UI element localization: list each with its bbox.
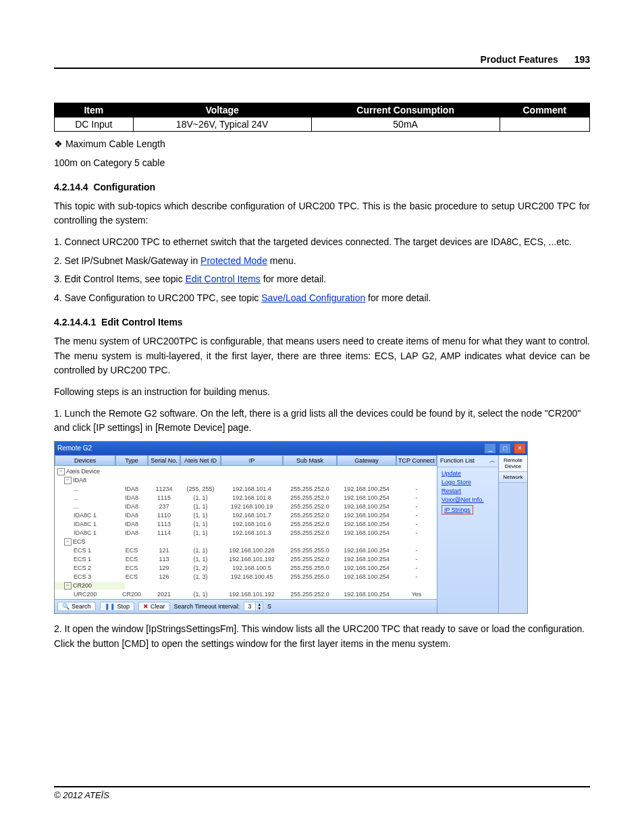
search-icon: 🔍 xyxy=(62,603,70,610)
cell-gateway: 192.168.100.254 xyxy=(337,565,396,571)
link-save-load-config[interactable]: Save/Load Configuration xyxy=(261,292,365,303)
cell-serial: 1114 xyxy=(148,529,180,536)
expander-icon[interactable]: − xyxy=(64,477,72,484)
cell-tcp: - xyxy=(396,565,437,571)
cell-tcp: - xyxy=(396,486,437,492)
spec-table: Item Voltage Current Consumption Comment… xyxy=(54,103,590,132)
td-comment xyxy=(500,118,589,132)
table-row[interactable]: ECS 1ECS113(1, 1)192.168.101.192255.255.… xyxy=(55,555,437,564)
col-devices[interactable]: Devices xyxy=(55,455,115,466)
th-voltage: Voltage xyxy=(133,103,311,118)
table-row[interactable]: ...IDA811234(255, 255)192.168.101.4255.2… xyxy=(55,485,437,494)
bullet-text: Maximum Cable Length xyxy=(65,138,165,149)
bottom-toolbar: 🔍Search ❚❚Stop ✖Clear Search Timeout Int… xyxy=(55,599,437,613)
cell-ip: 192.168.101.6 xyxy=(221,521,283,527)
grid-body[interactable]: −Ateis Device −IDA8 ...IDA811234(255, 25… xyxy=(55,466,437,599)
cell-gateway: 192.168.100.254 xyxy=(337,591,396,598)
table-row[interactable]: ECS 3ECS126(1, 3)192.168.100.45255.255.2… xyxy=(55,573,437,581)
table-row[interactable]: IDA8C 1IDA81114(1, 1)192.168.101.3255.25… xyxy=(55,529,437,538)
step-a4: 4. Save Configuration to URC200 TPC, see… xyxy=(54,291,590,306)
cell-ip: 192.168.100.5 xyxy=(221,565,283,571)
cell-device: ... xyxy=(55,494,115,501)
fn-update[interactable]: Update xyxy=(441,470,494,477)
header-rule xyxy=(54,68,590,69)
cell-ip: 192.168.100.19 xyxy=(221,503,283,510)
cell-type: ECS xyxy=(115,556,148,563)
col-gateway[interactable]: Gateway xyxy=(337,455,396,466)
tree-group-ida8[interactable]: −IDA8 xyxy=(55,477,125,484)
cell-serial: 126 xyxy=(148,573,180,580)
tab-network[interactable]: Network xyxy=(499,472,527,483)
interval-label: Search Timeout Interval: xyxy=(174,603,240,610)
cell-type: ECS xyxy=(115,547,148,554)
cell-ip: 192.168.101.192 xyxy=(221,556,283,563)
tree-root[interactable]: −Ateis Device xyxy=(55,468,118,475)
cell-tcp: - xyxy=(396,512,437,519)
chevron-up-icon[interactable]: ︿ xyxy=(489,457,495,465)
cell-device: ... xyxy=(55,486,115,492)
cell-submask: 255.255.252.0 xyxy=(283,521,337,527)
tree-group-cr200[interactable]: −CR200 xyxy=(55,582,125,590)
interval-stepper[interactable]: ▲▼ xyxy=(244,602,263,611)
table-row[interactable]: ECS 2ECS129(1, 2)192.168.100.5255.255.25… xyxy=(55,564,437,573)
table-row[interactable]: URC200CR2002021(1, 1)192.168.101.192255.… xyxy=(55,590,437,599)
cell-gateway: 192.168.100.254 xyxy=(337,547,396,554)
stop-button[interactable]: ❚❚Stop xyxy=(100,602,135,611)
function-list-panel: Function List ︿ Update Logo Store Restar… xyxy=(437,455,498,613)
cell-submask: 255.255.252.0 xyxy=(283,494,337,501)
step-b1: 1. Lunch the Remote G2 software. On the … xyxy=(54,407,590,436)
col-tcp[interactable]: TCP Connect xyxy=(396,455,437,466)
cell-serial: 129 xyxy=(148,565,180,571)
tab-remote-device[interactable]: Remote Device xyxy=(499,455,527,472)
close-icon[interactable]: × xyxy=(514,443,526,454)
link-protected-mode[interactable]: Protected Mode xyxy=(200,255,267,266)
table-row[interactable]: ECS 1ECS121(1, 1)192.168.100.228255.255.… xyxy=(55,546,437,555)
maximize-icon[interactable]: □ xyxy=(499,443,511,454)
tree-group-ecs[interactable]: −ECS xyxy=(55,538,125,546)
pause-icon: ❚❚ xyxy=(105,603,115,610)
interval-input[interactable] xyxy=(244,603,255,610)
cell-gateway: 192.168.100.254 xyxy=(337,573,396,580)
cell-tcp: - xyxy=(396,529,437,536)
table-row[interactable]: IDA8C 1IDA81110(1, 1)192.168.101.7255.25… xyxy=(55,511,437,520)
section-num: 4.2.14.4 xyxy=(54,182,88,192)
col-netid[interactable]: Ateis Net ID xyxy=(180,455,221,466)
cell-serial: 11234 xyxy=(148,486,180,492)
clear-button[interactable]: ✖Clear xyxy=(138,602,170,611)
expander-icon[interactable]: − xyxy=(57,468,65,475)
expander-icon[interactable]: − xyxy=(64,582,72,590)
fn-logo-store[interactable]: Logo Store xyxy=(441,479,494,486)
footer-text: © 2012 ATEÏS xyxy=(54,790,109,800)
col-type[interactable]: Type xyxy=(115,455,148,466)
cell-device: ECS 1 xyxy=(55,556,115,563)
fn-restart[interactable]: Restart xyxy=(441,488,494,494)
cell-gateway: 192.168.100.254 xyxy=(337,529,396,536)
cell-type: IDA8 xyxy=(115,521,148,527)
cell-netid: (1, 1) xyxy=(180,591,221,598)
table-row[interactable]: IDA8C 1IDA81113(1, 1)192.168.101.6255.25… xyxy=(55,520,437,529)
col-submask[interactable]: Sub Mask xyxy=(283,455,337,466)
cell-type: IDA8 xyxy=(115,494,148,501)
step-b2: 2. It open the window [IpStringsSettings… xyxy=(54,622,590,651)
col-serial[interactable]: Serial No. xyxy=(148,455,180,466)
minimize-icon[interactable]: _ xyxy=(484,443,496,454)
cell-gateway: 192.168.100.254 xyxy=(337,556,396,563)
cell-type: ECS xyxy=(115,565,148,571)
search-button[interactable]: 🔍Search xyxy=(57,602,96,611)
expander-icon[interactable]: − xyxy=(64,538,72,546)
section-num-b: 4.2.14.4.1 xyxy=(54,317,96,328)
col-ip[interactable]: IP xyxy=(221,455,283,466)
cell-ip: 192.168.101.3 xyxy=(221,529,283,536)
fn-ip-strings[interactable]: IP Strings xyxy=(441,505,473,515)
table-row[interactable]: ...IDA8237(1, 1)192.168.100.19255.255.25… xyxy=(55,502,437,511)
para-b1: The menu system of URC200TPC is configur… xyxy=(54,334,590,378)
fn-voxnet[interactable]: Voxx@Net Info. xyxy=(441,496,494,503)
cell-type: IDA8 xyxy=(115,529,148,536)
cell-submask: 255.255.255.0 xyxy=(283,573,337,580)
window-titlebar[interactable]: Remote G2 _ □ × xyxy=(55,442,527,455)
link-edit-control-items[interactable]: Edit Control Items xyxy=(186,273,261,284)
spin-down-icon[interactable]: ▼ xyxy=(255,606,263,610)
table-row[interactable]: ...IDA81115(1, 1)192.168.101.8255.255.25… xyxy=(55,494,437,502)
cell-device: ECS 2 xyxy=(55,565,115,571)
cell-netid: (1, 1) xyxy=(180,547,221,554)
